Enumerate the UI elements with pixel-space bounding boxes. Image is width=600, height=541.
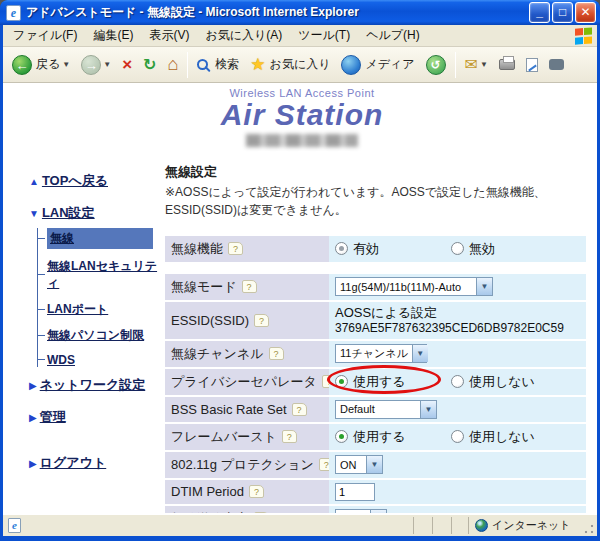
print-button[interactable] (494, 50, 520, 80)
mail-dropdown-icon[interactable]: ▼ (480, 60, 488, 69)
wireless-function-value-cell: 有効 無効 (329, 236, 586, 262)
sidebar-item-wireless-security[interactable]: 無線LANセキュリティ (38, 258, 165, 292)
essid-value: 3769AE5F787632395CED6DB9782E0C59 (335, 321, 564, 336)
edit-button[interactable] (521, 50, 543, 80)
menu-tools[interactable]: ツール(T) (290, 24, 358, 47)
radio-function-enabled[interactable] (335, 242, 348, 255)
wireless-mode-label: 無線モード (171, 278, 237, 296)
radio-frameburst-use[interactable] (335, 430, 348, 443)
search-button[interactable]: 検索 (192, 50, 244, 80)
sidebar-item-network-settings[interactable]: ▶ネットワーク設定 (29, 376, 165, 394)
sidebar-item-lan-port[interactable]: LANポート (38, 301, 165, 318)
refresh-icon: ↻ (143, 55, 156, 74)
sidebar-item-wireless[interactable]: 無線 (38, 228, 165, 249)
page-content: Wireless LAN Access Point Air Station ▲T… (3, 83, 597, 513)
row-protection: 802.11g プロテクション ON ▼ (165, 452, 586, 478)
sidebar-item-pc-limit[interactable]: 無線パソコン制限 (38, 327, 165, 344)
mail-icon: ✉ (465, 55, 478, 74)
sidebar-item-lan-settings[interactable]: ▼LAN設定 (29, 204, 165, 222)
favorites-label: お気に入り (270, 56, 331, 73)
print-icon (499, 59, 515, 70)
help-icon[interactable] (254, 314, 269, 327)
privacy-label: プライバシーセパレータ (171, 373, 317, 391)
down-arrow-icon: ▼ (29, 208, 39, 219)
help-icon[interactable] (242, 280, 257, 293)
row-bss-basic-rate: BSS Basic Rate Set Default ▼ (165, 397, 586, 422)
help-icon[interactable] (228, 242, 243, 255)
row-essid: ESSID(SSID) AOSSによる設定 3769AE5F787632395C… (165, 302, 586, 339)
right-arrow-icon: ▶ (29, 412, 37, 423)
frameburst-no-use-label: 使用しない (469, 428, 535, 446)
forward-dropdown-icon[interactable]: ▼ (103, 60, 111, 69)
resize-grip[interactable] (582, 523, 595, 536)
privacy-use-label: 使用する (353, 373, 406, 391)
menu-edit[interactable]: 編集(E) (85, 24, 141, 47)
zone-label: インターネット (492, 518, 571, 533)
menu-help[interactable]: ヘルプ(H) (358, 24, 428, 47)
radio-function-disabled[interactable] (451, 242, 464, 255)
home-button[interactable]: ⌂ (162, 50, 183, 80)
help-icon[interactable] (292, 403, 307, 416)
frameburst-value-cell: 使用する 使用しない (329, 424, 586, 450)
aoss-note-line2: ESSID(SSID)は変更できません。 (165, 203, 347, 217)
help-icon[interactable] (249, 485, 264, 498)
back-dropdown-icon[interactable]: ▼ (62, 60, 70, 69)
help-icon[interactable] (269, 347, 284, 360)
dtim-label-cell: DTIM Period (165, 480, 329, 504)
txpower-label-cell: 無線送信出力 (165, 506, 329, 513)
bss-value: Default (336, 403, 379, 415)
privacy-label-cell: プライバシーセパレータ (165, 369, 329, 395)
mail-button[interactable]: ✉ ▼ (460, 50, 493, 80)
menu-file[interactable]: ファイル(F) (5, 24, 85, 47)
network-label: ネットワーク設定 (40, 377, 146, 392)
sidebar-item-admin[interactable]: ▶管理 (29, 408, 165, 426)
sidebar-item-wds[interactable]: WDS (38, 353, 165, 367)
refresh-button[interactable]: ↻ (138, 50, 161, 80)
chevron-down-icon: ▼ (366, 456, 382, 473)
minimize-button[interactable]: _ (529, 2, 550, 23)
right-arrow-icon: ▶ (29, 380, 37, 391)
dtim-input[interactable] (335, 483, 375, 501)
txpower-select[interactable]: 100 ▼ (335, 509, 387, 513)
page-title: 無線設定 (165, 163, 586, 181)
logout-label: ログアウト (40, 455, 107, 470)
sidebar-item-logout[interactable]: ▶ログアウト (29, 454, 165, 472)
row-wireless-mode: 無線モード 11g(54M)/11b(11M)-Auto ▼ (165, 274, 586, 300)
radio-privacy-use[interactable] (335, 375, 348, 388)
favorites-button[interactable]: ★ お気に入り (245, 50, 335, 80)
menu-favorites[interactable]: お気に入り(A) (197, 24, 290, 47)
wireless-mode-select[interactable]: 11g(54M)/11b(11M)-Auto ▼ (335, 277, 493, 296)
protection-select[interactable]: ON ▼ (335, 455, 383, 474)
aoss-note: ※AOSSによって設定が行われています。AOSSで設定した無線機能、 ESSID… (165, 183, 586, 220)
forward-button[interactable]: → ▼ (76, 50, 116, 80)
document-icon: e (8, 518, 21, 533)
forward-icon: → (81, 55, 101, 75)
maximize-button[interactable]: □ (552, 2, 573, 23)
sidebar-top-label: TOPへ戻る (42, 173, 108, 188)
radio-frameburst-no-use[interactable] (451, 430, 464, 443)
history-button[interactable]: ↺ (421, 50, 451, 80)
close-button[interactable]: ✕ (575, 2, 596, 23)
media-button[interactable]: メディア (336, 50, 419, 80)
wireless-settings-panel: 無線設定 ※AOSSによって設定が行われています。AOSSで設定した無線機能、 … (165, 163, 597, 514)
privacy-value-cell: 使用する 使用しない (329, 369, 586, 395)
menu-view[interactable]: 表示(V) (141, 24, 197, 47)
back-button[interactable]: ← 戻る ▼ (7, 50, 75, 80)
sidebar-item-top[interactable]: ▲TOPへ戻る (29, 172, 165, 190)
help-icon[interactable] (282, 430, 297, 443)
lan-subtree: 無線 無線LANセキュリティ LANポート 無線パソコン制限 WDS (37, 228, 165, 367)
status-bar: e インターネット (3, 513, 597, 536)
essid-source: AOSSによる設定 (335, 305, 564, 321)
wireless-mode-value: 11g(54M)/11b(11M)-Auto (336, 281, 465, 293)
channel-select[interactable]: 11チャンネル ▼ (335, 344, 427, 363)
protection-label: 802.11g プロテクション (171, 456, 314, 474)
chevron-down-icon: ▼ (476, 278, 492, 295)
admin-label: 管理 (40, 409, 66, 424)
bss-select[interactable]: Default ▼ (335, 400, 437, 419)
wireless-mode-label-cell: 無線モード (165, 274, 329, 300)
windows-logo-icon (575, 27, 593, 44)
radio-privacy-no-use[interactable] (451, 375, 464, 388)
row-privacy-separator: プライバシーセパレータ 使用する 使用しない (165, 369, 586, 395)
discuss-button[interactable] (544, 50, 569, 80)
stop-button[interactable]: × (117, 50, 137, 80)
